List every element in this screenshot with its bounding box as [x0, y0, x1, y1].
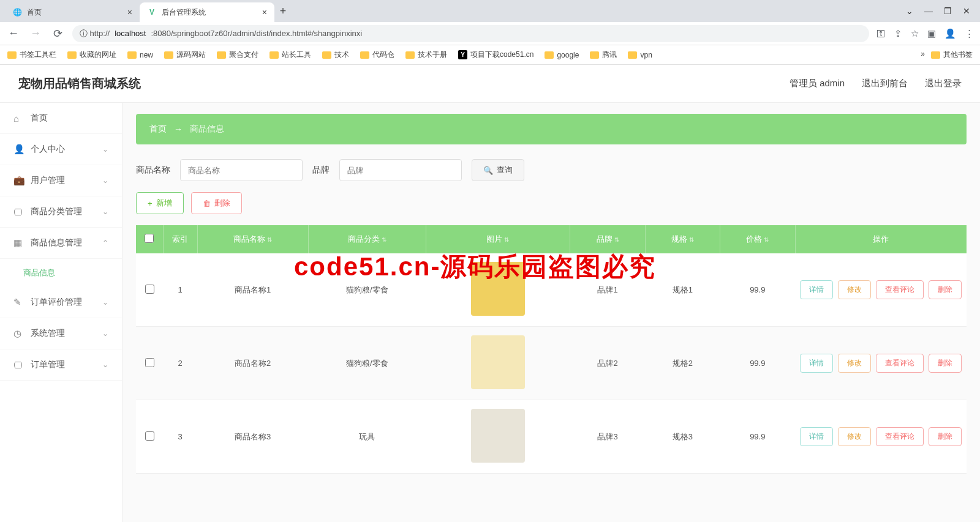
- row-checkbox[interactable]: [145, 431, 154, 441]
- close-icon[interactable]: ×: [262, 7, 267, 17]
- maximize-icon[interactable]: ❐: [944, 6, 952, 16]
- forward-button[interactable]: →: [28, 27, 43, 40]
- cell-name: 商品名称2: [197, 327, 308, 400]
- logout-link[interactable]: 退出登录: [925, 78, 962, 89]
- select-all-checkbox[interactable]: [145, 234, 154, 243]
- user-label[interactable]: 管理员 admin: [790, 78, 845, 89]
- back-button[interactable]: ←: [6, 27, 21, 40]
- bookmark-item[interactable]: 聚合支付: [217, 50, 258, 60]
- window-controls: ⌄ — ❐ ✕: [906, 6, 980, 16]
- folder-icon: [164, 51, 173, 59]
- detail-button[interactable]: 详情: [800, 280, 833, 299]
- clock-icon: ◷: [13, 328, 23, 339]
- user-icon: 👤: [13, 144, 23, 155]
- cell-brand: 品牌3: [570, 400, 645, 474]
- chevron-down-icon[interactable]: ⌄: [906, 6, 913, 16]
- name-input[interactable]: [180, 159, 303, 181]
- detail-button[interactable]: 详情: [800, 427, 833, 446]
- exit-front-link[interactable]: 退出到前台: [862, 78, 908, 89]
- row-checkbox[interactable]: [145, 285, 154, 294]
- bookmark-item[interactable]: Y项目下载code51.cn: [458, 50, 533, 60]
- detail-button[interactable]: 详情: [800, 354, 833, 373]
- th-brand[interactable]: 品牌⇅: [570, 225, 645, 253]
- view-comment-button[interactable]: 查看评论: [876, 280, 924, 299]
- sidebar-sub-product-info[interactable]: 商品信息: [0, 259, 122, 287]
- sort-icon: ⇅: [689, 236, 694, 243]
- folder-icon: [127, 51, 137, 59]
- key-icon[interactable]: ⚿: [876, 28, 886, 39]
- bookmark-item[interactable]: 腾讯: [590, 50, 617, 60]
- th-price[interactable]: 价格⇅: [720, 225, 795, 253]
- folder-icon: [545, 51, 554, 59]
- edit-button[interactable]: 修改: [838, 280, 871, 299]
- sidebar-item-users[interactable]: 💼用户管理⌄: [0, 165, 122, 196]
- view-comment-button[interactable]: 查看评论: [876, 354, 924, 373]
- close-window-icon[interactable]: ✕: [963, 6, 970, 16]
- sidebar-item-profile[interactable]: 👤个人中心⌄: [0, 134, 122, 165]
- bookmark-item[interactable]: google: [545, 51, 579, 59]
- bookmark-item[interactable]: 站长工具: [270, 50, 311, 60]
- bookmark-item[interactable]: vpn: [628, 51, 652, 59]
- browser-tab-0[interactable]: 🌐 首页 ×: [5, 2, 140, 22]
- bookmark-other[interactable]: 其他书签: [931, 50, 973, 60]
- share-icon[interactable]: ⇪: [894, 28, 902, 39]
- folder-icon: [67, 51, 77, 59]
- th-index[interactable]: 索引: [163, 225, 197, 253]
- chevron-down-icon: ⌄: [102, 207, 108, 216]
- breadcrumb-home[interactable]: 首页: [149, 124, 167, 135]
- edit-button[interactable]: 修改: [838, 354, 871, 373]
- profile-icon[interactable]: 👤: [944, 28, 956, 39]
- bookmark-item[interactable]: 书签工具栏: [7, 50, 56, 60]
- new-tab-button[interactable]: +: [274, 5, 292, 18]
- folder-icon: [590, 51, 599, 59]
- search-button[interactable]: 🔍查询: [472, 159, 524, 181]
- sidebar-item-orders[interactable]: 🖵订单管理⌄: [0, 349, 122, 381]
- minimize-icon[interactable]: —: [924, 6, 933, 16]
- row-checkbox[interactable]: [145, 358, 154, 367]
- th-ops: 操作: [795, 225, 967, 253]
- sidebar-item-system[interactable]: ◷系统管理⌄: [0, 318, 122, 349]
- sidebar-item-home[interactable]: ⌂首页: [0, 103, 122, 134]
- sidebar-item-products[interactable]: ▦商品信息管理⌃: [0, 228, 122, 259]
- browser-tab-1[interactable]: V 后台管理系统 ×: [140, 2, 274, 22]
- cell-category: 玩具: [308, 400, 426, 474]
- extension-icon[interactable]: ▣: [927, 28, 936, 39]
- delete-button[interactable]: 🗑删除: [191, 192, 242, 214]
- sidebar-item-category[interactable]: 🖵商品分类管理⌄: [0, 196, 122, 228]
- row-delete-button[interactable]: 删除: [929, 427, 962, 446]
- sidebar: ⌂首页 👤个人中心⌄ 💼用户管理⌄ 🖵商品分类管理⌄ ▦商品信息管理⌃ 商品信息…: [0, 103, 123, 522]
- bookmark-item[interactable]: 技术手册: [405, 50, 447, 60]
- brand-input[interactable]: [339, 159, 462, 181]
- folder-icon: [270, 51, 279, 59]
- chevron-down-icon: ⌄: [102, 360, 108, 369]
- url-input[interactable]: ⓘ http://localhost:8080/springboot7z60r/…: [72, 25, 869, 42]
- vue-icon: V: [147, 7, 157, 17]
- reload-button[interactable]: ⟳: [50, 27, 65, 40]
- url-host: localhost: [115, 29, 146, 38]
- star-icon[interactable]: ☆: [911, 28, 919, 39]
- add-button[interactable]: +新增: [136, 192, 184, 214]
- edit-button[interactable]: 修改: [838, 427, 871, 446]
- bookmark-item[interactable]: 技术: [322, 50, 349, 60]
- product-image: [471, 262, 525, 316]
- cell-brand: 品牌1: [570, 253, 645, 327]
- th-category[interactable]: 商品分类⇅: [308, 225, 426, 253]
- th-image[interactable]: 图片⇅: [426, 225, 570, 253]
- bookmark-item[interactable]: 源码网站: [164, 50, 206, 60]
- bookmark-item[interactable]: new: [127, 51, 153, 59]
- folder-icon: [360, 51, 369, 59]
- sidebar-item-reviews[interactable]: ✎订单评价管理⌄: [0, 287, 122, 318]
- folder-icon: [628, 51, 637, 59]
- menu-icon[interactable]: ⋮: [965, 28, 974, 39]
- th-name[interactable]: 商品名称⇅: [197, 225, 308, 253]
- bookmark-chevron-icon[interactable]: »: [921, 50, 925, 60]
- view-comment-button[interactable]: 查看评论: [876, 427, 924, 446]
- close-icon[interactable]: ×: [127, 7, 132, 17]
- row-delete-button[interactable]: 删除: [929, 280, 962, 299]
- th-spec[interactable]: 规格⇅: [645, 225, 720, 253]
- bookmark-item[interactable]: 代码仓: [360, 50, 394, 60]
- bookmark-item[interactable]: 收藏的网址: [67, 50, 116, 60]
- row-delete-button[interactable]: 删除: [929, 354, 962, 373]
- grid-icon: ▦: [13, 237, 23, 248]
- table-header-row: 索引 商品名称⇅ 商品分类⇅ 图片⇅ 品牌⇅ 规格⇅ 价格⇅ 操作: [136, 225, 967, 253]
